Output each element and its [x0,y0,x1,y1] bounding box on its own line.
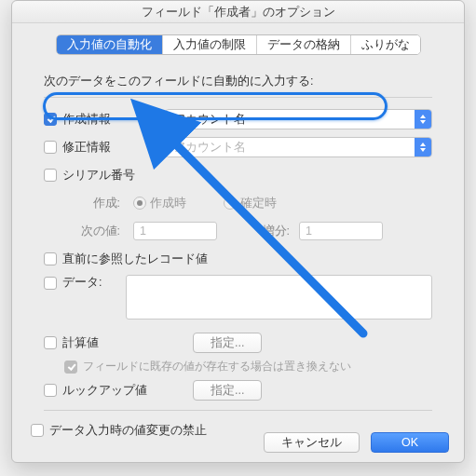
row-lookup: ルックアップ値 指定... [44,378,432,402]
button-specify-calculation[interactable]: 指定... [193,333,262,353]
textarea-data[interactable] [126,275,432,320]
row-last-visited: 直前に参照したレコード値 [44,247,432,271]
label-next-value: 次の値: [64,224,120,239]
label-radio-on-create: 作成時 [150,196,186,211]
label-last-visited: 直前に参照したレコード値 [62,252,208,267]
checkbox-lookup[interactable] [44,384,57,397]
checkbox-prohibit-mod[interactable] [31,424,44,437]
label-data: データ: [62,275,102,291]
divider [44,410,432,411]
auto-enter-group: 作成情報 アカウント名 修正情報 アカウント名 [44,97,432,402]
row-serial: シリアル番号 [44,163,432,187]
select-arrows-icon [415,138,431,156]
input-increment[interactable]: 1 [299,222,383,240]
row-data: データ: [44,275,432,320]
content-area: 次のデータをこのフィールドに自動的に入力する: 作成情報 アカウント名 [12,55,464,442]
row-creation: 作成情報 アカウント名 [44,107,432,131]
dialog-title: フィールド「作成者」のオプション [12,1,464,23]
checkbox-creation[interactable] [44,113,57,126]
section-label: 次のデータをこのフィールドに自動的に入力する: [44,74,432,89]
segmented-control: 入力値の自動化 入力値の制限 データの格納 ふりがな [56,34,421,55]
label-serial-create: 作成: [64,196,120,211]
hint-no-replace: フィールドに既存の値が存在する場合は置き換えない [64,359,432,374]
label-serial: シリアル番号 [62,168,135,184]
select-creation[interactable]: アカウント名 [165,109,432,129]
label-prohibit-mod: データ入力時の値変更の禁止 [49,423,207,439]
tab-furigana[interactable]: ふりがな [351,35,420,54]
label-lookup: ルックアップ値 [62,383,147,399]
dialog-footer: キャンセル OK [264,432,449,453]
ok-button[interactable]: OK [371,432,449,453]
dialog-window: フィールド「作成者」のオプション 入力値の自動化 入力値の制限 データの格納 ふ… [11,0,465,463]
label-creation: 作成情報 [62,112,111,128]
select-modification[interactable]: アカウント名 [165,137,432,157]
label-calculation: 計算値 [62,335,99,351]
checkbox-data[interactable] [44,277,57,290]
label-increment: 増分: [243,224,290,239]
row-calculation: 計算値 指定... [44,331,432,355]
tab-bar: 入力値の自動化 入力値の制限 データの格納 ふりがな [12,34,464,55]
cancel-button[interactable]: キャンセル [264,432,360,453]
label-radio-on-commit: 確定時 [240,196,277,211]
checkbox-modification[interactable] [44,141,57,154]
button-specify-lookup[interactable]: 指定... [193,380,262,401]
input-next-value[interactable]: 1 [133,222,217,240]
label-no-replace: フィールドに既存の値が存在する場合は置き換えない [83,359,351,374]
checkbox-serial[interactable] [44,169,57,182]
radio-on-create[interactable] [133,197,146,210]
row-serial-radio: 作成: 作成時 確定時 [44,191,432,215]
radio-on-commit[interactable] [224,197,237,210]
checkbox-calculation[interactable] [44,336,57,349]
select-modification-value: アカウント名 [173,141,246,154]
tab-storage[interactable]: データの格納 [257,35,351,54]
select-creation-value: アカウント名 [173,113,246,126]
tab-validation[interactable]: 入力値の制限 [163,35,257,54]
checkbox-last-visited[interactable] [44,252,57,265]
label-modification: 修正情報 [62,140,111,156]
select-arrows-icon [415,110,431,129]
row-modification: 修正情報 アカウント名 [44,135,432,159]
tab-auto-enter[interactable]: 入力値の自動化 [57,35,163,54]
row-serial-values: 次の値: 1 増分: 1 [44,219,432,243]
checkbox-no-replace [64,360,77,374]
